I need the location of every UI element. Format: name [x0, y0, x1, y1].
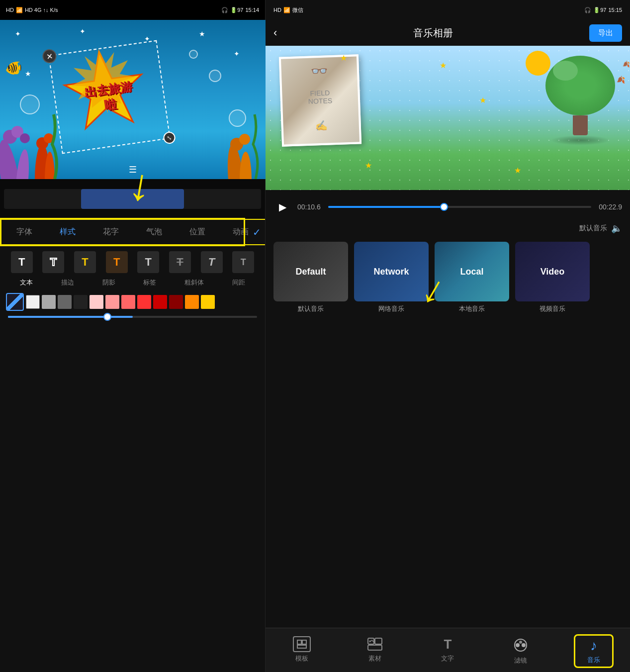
tab-text[interactable]: T 文字: [428, 634, 467, 668]
svg-point-12: [239, 134, 250, 145]
video-canvas[interactable]: ✦ ✦ ✦ ★ ✦ ★ 🐠: [0, 20, 266, 179]
text-style-yellow[interactable]: T: [74, 251, 96, 273]
bubble-2: [209, 70, 221, 82]
svg-rect-17: [297, 645, 306, 648]
color-salmon[interactable]: [121, 295, 135, 309]
seek-thumb[interactable]: [440, 203, 448, 211]
default-thumb: Default: [273, 242, 348, 301]
color-gray[interactable]: [58, 295, 72, 309]
label-stroke: 描边: [61, 278, 74, 287]
svg-point-23: [516, 643, 520, 647]
music-card-network[interactable]: Network 网络音乐: [354, 242, 429, 313]
hd-badge-right: HD: [273, 7, 281, 13]
export-button[interactable]: 导出: [589, 24, 622, 42]
tab-font[interactable]: 字体: [12, 225, 36, 239]
sticker-text: 出去旅游 啦: [84, 78, 135, 115]
slider-thumb[interactable]: [103, 313, 111, 321]
svg-rect-20: [368, 645, 382, 650]
material-icon: [366, 636, 384, 652]
preview-area: 👓 FIELDNOTES ✍️ 🍂 🍂 ★ ★ ★ ★ ★: [266, 46, 630, 190]
text-style-plain[interactable]: T: [11, 251, 33, 273]
material-label: 素材: [368, 654, 381, 663]
top-nav: ‹ 音乐相册 导出: [266, 20, 630, 46]
tab-style[interactable]: 样式: [56, 225, 80, 239]
speaker-icon[interactable]: 🔈: [611, 223, 622, 234]
text-style-outlined[interactable]: T: [42, 251, 64, 273]
star-6: ★: [25, 70, 31, 78]
color-swatches-row: [6, 293, 259, 311]
no-color-swatch[interactable]: [6, 293, 24, 311]
text-style-gradient[interactable]: T: [106, 251, 128, 273]
color-light-pink[interactable]: [90, 295, 103, 309]
text-style-stroke[interactable]: T: [169, 251, 191, 273]
music-card-default[interactable]: Default 默认音乐: [273, 242, 348, 313]
tree-shadow: [550, 135, 610, 145]
preview-star-3: ★: [365, 161, 372, 170]
video-label: 视频音乐: [540, 304, 565, 313]
sticker-container[interactable]: ✕ 出去旅游 啦 ⤡: [48, 40, 171, 154]
tab-filter[interactable]: 滤镜: [501, 634, 540, 668]
network-label: 网络音乐: [378, 304, 404, 313]
color-deep-red[interactable]: [169, 295, 183, 309]
tab-bubble[interactable]: 气泡: [142, 225, 166, 239]
svg-point-4: [20, 133, 30, 143]
text-style-panel: T T T T T T T: [0, 245, 265, 672]
time-right: 15:15: [608, 7, 622, 13]
music-label: 音乐: [587, 656, 600, 665]
music-card-video[interactable]: Video 视频音乐: [515, 242, 590, 313]
writing-icon: ✍️: [315, 120, 328, 132]
color-white[interactable]: [26, 295, 40, 309]
t-icons-row: T T T T T T T: [6, 251, 259, 273]
signal-bars: 📶: [16, 7, 23, 13]
spacer: [266, 318, 630, 628]
confirm-button[interactable]: ✓: [253, 226, 261, 238]
text-style-bold[interactable]: T: [137, 251, 159, 273]
timeline-area[interactable]: [0, 179, 265, 219]
play-button[interactable]: ▶: [273, 198, 291, 216]
color-pink[interactable]: [105, 295, 119, 309]
canvas-menu-icon[interactable]: ☰: [129, 164, 137, 175]
svg-point-25: [519, 641, 522, 644]
local-label: 本地音乐: [459, 304, 485, 313]
color-yellow[interactable]: [201, 295, 215, 309]
svg-rect-16: [302, 640, 306, 644]
default-music-row: 默认音乐 🔈: [266, 220, 630, 237]
color-red[interactable]: [137, 295, 151, 309]
fish-icon: 🐠: [5, 60, 22, 76]
back-button[interactable]: ‹: [273, 26, 277, 39]
coral-right-decoration: [206, 90, 266, 179]
tab-fancy[interactable]: 花字: [99, 225, 123, 239]
starburst-sticker: 出去旅游 啦: [49, 41, 169, 153]
label-text: 文本: [20, 278, 33, 287]
svg-rect-19: [375, 638, 382, 644]
text-style-small[interactable]: T: [232, 251, 254, 273]
star-2: ✦: [80, 27, 86, 35]
color-dark-red[interactable]: [153, 295, 167, 309]
text-style-italic[interactable]: T: [201, 251, 223, 273]
tab-template[interactable]: 模板: [282, 634, 322, 668]
left-signal-info: HD 📶 HD 4G ↑↓ K/s: [6, 7, 58, 13]
template-icon: [293, 636, 311, 652]
opacity-slider[interactable]: [8, 316, 257, 318]
music-card-local[interactable]: Local 本地音乐: [435, 242, 509, 313]
tab-music[interactable]: ♪ 音乐: [574, 634, 614, 668]
notebook-illustration: FIELDNOTES: [308, 89, 332, 105]
color-orange[interactable]: [185, 295, 199, 309]
filter-label: 滤镜: [514, 656, 527, 665]
toolbar-wrapper: 字体 样式 花字 气泡 位置 动画 ✓: [0, 219, 265, 245]
template-label: 模板: [295, 654, 308, 663]
tab-material[interactable]: 素材: [355, 634, 395, 668]
timeline-track[interactable]: [4, 189, 261, 209]
color-lightgray[interactable]: [42, 295, 56, 309]
music-tab-icon: ♪: [585, 638, 603, 654]
star-4: ★: [199, 30, 205, 38]
preview-star-5: ★: [479, 96, 486, 105]
right-status-bar: HD 📶 微信 🎧 🔋97 15:15: [266, 0, 630, 20]
color-darkgray[interactable]: [74, 295, 88, 309]
text-label: 文字: [441, 654, 454, 663]
seek-bar[interactable]: [328, 206, 591, 208]
tab-position[interactable]: 位置: [185, 225, 209, 239]
glasses-icon: 👓: [310, 62, 328, 79]
tab-animation[interactable]: 动画: [229, 225, 253, 239]
leaf-2: 🍂: [623, 61, 630, 68]
